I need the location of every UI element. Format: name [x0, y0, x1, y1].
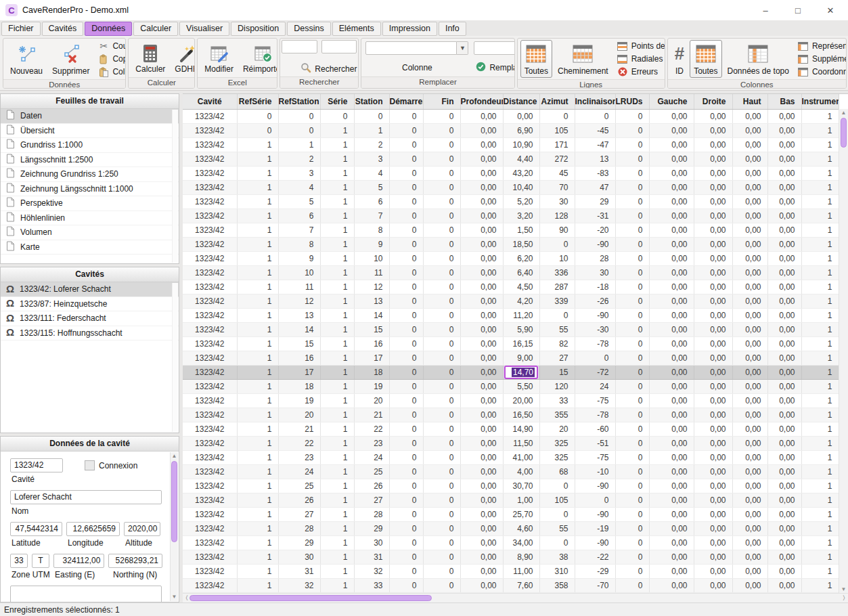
cell-profondeur[interactable]: 0,00: [460, 521, 503, 535]
cell-dmarrer[interactable]: 0: [389, 308, 423, 322]
cell-profondeur[interactable]: 0,00: [460, 493, 503, 507]
cell-refstation[interactable]: 24: [278, 464, 320, 479]
gdhb-button[interactable]: GDHB: [171, 40, 195, 76]
cavity-form-scrollbar[interactable]: ▲ ▼: [170, 452, 178, 601]
cell-instrument[interactable]: 1: [801, 464, 839, 479]
cell-droite[interactable]: 0,00: [694, 223, 732, 237]
cell-profondeur[interactable]: 0,00: [460, 408, 503, 422]
cell-dmarrer[interactable]: 0: [389, 550, 423, 564]
cell-azimut[interactable]: 55: [539, 521, 575, 535]
cell-srie[interactable]: 1: [320, 294, 354, 308]
cell-gauche[interactable]: 0,00: [649, 251, 694, 265]
cell-bas[interactable]: 0,00: [767, 578, 801, 592]
cell-srie[interactable]: 1: [320, 265, 354, 280]
cell-station[interactable]: 26: [354, 479, 389, 493]
cell-station[interactable]: 16: [354, 336, 389, 351]
cell-instrument[interactable]: 1: [801, 109, 839, 123]
cell-azimut[interactable]: 336: [539, 265, 575, 280]
cell-instrument[interactable]: 1: [801, 223, 839, 237]
cell-haut[interactable]: 0,00: [732, 436, 767, 450]
cell-droite[interactable]: 0,00: [694, 109, 732, 123]
cell-cavit[interactable]: 1323/42: [183, 564, 237, 578]
cell-inclinaison[interactable]: -22: [575, 550, 615, 564]
cell-cavit[interactable]: 1323/42: [183, 308, 237, 322]
cell-bas[interactable]: 0,00: [767, 237, 801, 251]
remplacer-button[interactable]: Remplacer: [474, 62, 514, 74]
cell-dmarrer[interactable]: 0: [389, 294, 423, 308]
cell-distance[interactable]: 3,20: [503, 208, 539, 223]
cell-inclinaison[interactable]: -31: [575, 208, 615, 223]
cell-station[interactable]: 19: [354, 379, 389, 393]
couper-button[interactable]: ✂ Couper: [96, 40, 126, 52]
cell-cavit[interactable]: 1323/42: [183, 265, 237, 280]
cell-bas[interactable]: 0,00: [767, 422, 801, 436]
cell-refstation[interactable]: 15: [278, 336, 320, 351]
cell-dmarrer[interactable]: 0: [389, 521, 423, 535]
cell-fin[interactable]: 0: [423, 521, 460, 535]
cell-droite[interactable]: 0,00: [694, 535, 732, 550]
cell-cavit[interactable]: 1323/42: [183, 493, 237, 507]
cavity-item[interactable]: Ω1323/87: Heinzquetsche: [1, 297, 179, 312]
cell-profondeur[interactable]: 0,00: [460, 578, 503, 592]
cell-bas[interactable]: 0,00: [767, 166, 801, 180]
cell-distance[interactable]: 25,70: [503, 507, 539, 521]
cell-lruds[interactable]: 0: [615, 379, 649, 393]
reimporter-button[interactable]: Réimporter: [239, 40, 277, 76]
cell-distance[interactable]: 6,20: [503, 251, 539, 265]
cell-lruds[interactable]: 0: [615, 493, 649, 507]
cell-station[interactable]: 3: [354, 152, 389, 166]
cell-gauche[interactable]: 0,00: [649, 223, 694, 237]
cell-profondeur[interactable]: 0,00: [460, 464, 503, 479]
cell-bas[interactable]: 0,00: [767, 365, 801, 379]
cell-gauche[interactable]: 0,00: [649, 379, 694, 393]
tab-impression[interactable]: Impression: [382, 22, 437, 36]
cell-azimut[interactable]: 0: [539, 237, 575, 251]
cell-gauche[interactable]: 0,00: [649, 464, 694, 479]
cell-refsrie[interactable]: 1: [237, 152, 278, 166]
tab-info[interactable]: Info: [439, 22, 466, 36]
cell-profondeur[interactable]: 0,00: [460, 550, 503, 564]
cell-droite[interactable]: 0,00: [694, 450, 732, 464]
cell-inclinaison[interactable]: -83: [575, 166, 615, 180]
cell-inclinaison[interactable]: -19: [575, 521, 615, 535]
cell-haut[interactable]: 0,00: [732, 194, 767, 208]
cell-srie[interactable]: 1: [320, 251, 354, 265]
cell-distance[interactable]: 6,90: [503, 123, 539, 137]
tab-elments[interactable]: Eléments: [332, 22, 381, 36]
cell-droite[interactable]: 0,00: [694, 180, 732, 194]
cell-inclinaison[interactable]: 0: [575, 109, 615, 123]
cell-azimut[interactable]: 325: [539, 436, 575, 450]
cell-refstation[interactable]: 12: [278, 294, 320, 308]
cell-distance[interactable]: 1,50: [503, 223, 539, 237]
cell-droite[interactable]: 0,00: [694, 123, 732, 137]
cell-dmarrer[interactable]: 0: [389, 422, 423, 436]
cell-bas[interactable]: 0,00: [767, 479, 801, 493]
column-header-cavit[interactable]: Cavité: [183, 94, 237, 109]
cell-gauche[interactable]: 0,00: [649, 152, 694, 166]
cell-station[interactable]: 23: [354, 436, 389, 450]
cell-gauche[interactable]: 0,00: [649, 479, 694, 493]
cell-haut[interactable]: 0,00: [732, 109, 767, 123]
cell-azimut[interactable]: 82: [539, 336, 575, 351]
cell-profondeur[interactable]: 0,00: [460, 535, 503, 550]
column-header-instrument[interactable]: Instrument: [801, 94, 839, 109]
cell-inclinaison[interactable]: 0: [575, 493, 615, 507]
cell-srie[interactable]: 1: [320, 479, 354, 493]
worksheets-scrollbar[interactable]: [172, 110, 178, 263]
cell-dmarrer[interactable]: 0: [389, 507, 423, 521]
worksheet-item[interactable]: Zeichnung Grundriss 1:250: [1, 167, 179, 182]
cell-distance[interactable]: 4,40: [503, 152, 539, 166]
cell-station[interactable]: 30: [354, 535, 389, 550]
cell-station[interactable]: 33: [354, 578, 389, 592]
cell-dmarrer[interactable]: 0: [389, 393, 423, 408]
cell-dmarrer[interactable]: 0: [389, 166, 423, 180]
worksheet-item[interactable]: Längsschnitt 1:2500: [1, 153, 179, 168]
cell-cavit[interactable]: 1323/42: [183, 137, 237, 152]
table-row[interactable]: 1323/42126127000,001,00105000,000,000,00…: [183, 493, 839, 507]
cell-dmarrer[interactable]: 0: [389, 479, 423, 493]
cell-fin[interactable]: 0: [423, 152, 460, 166]
search-input-2[interactable]: [321, 40, 357, 53]
cell-azimut[interactable]: 68: [539, 464, 575, 479]
utm-band-field[interactable]: T: [32, 554, 49, 568]
cell-haut[interactable]: 0,00: [732, 493, 767, 507]
